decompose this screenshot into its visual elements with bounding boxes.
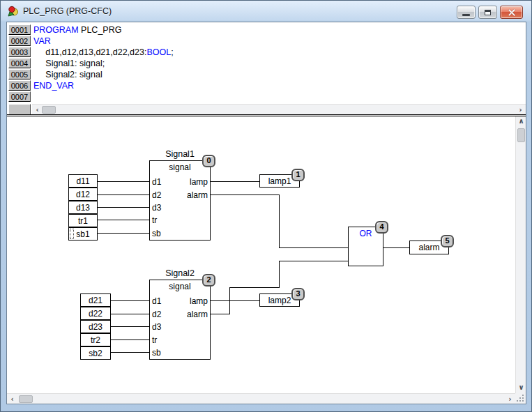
scroll-up-button[interactable]: ∧ [516, 116, 526, 127]
input-variable-label: d11 [76, 176, 89, 186]
order-badge: 3 [291, 288, 305, 300]
input-pin-label[interactable]: tr [152, 215, 157, 225]
function-block[interactable]: signald1d2d3trsblampalarm [149, 160, 211, 241]
cfc-canvas[interactable]: Signal1signald1d2d3trsblampalarm0Signal2… [7, 116, 515, 393]
input-pin-label[interactable]: sb [152, 348, 161, 358]
scroll-right-button[interactable]: › [505, 394, 515, 404]
function-block[interactable]: signald1d2d3trsblampalarm [149, 280, 211, 360]
title-bar[interactable]: PLC_PRG (PRG-CFC) [1, 1, 531, 22]
declaration-rows: 0001PROGRAM PLC_PRG0002VAR0003 d11,d12,d… [7, 24, 174, 102]
output-variable-label: lamp2 [268, 296, 291, 305]
close-button[interactable] [500, 6, 523, 19]
scroll-left-button[interactable]: ‹ [32, 105, 43, 114]
input-variable-label: d13 [76, 203, 90, 213]
line-number[interactable]: 0002 [8, 36, 31, 46]
order-badge: 4 [375, 221, 388, 234]
code-token: BOOL [146, 47, 171, 57]
input-variable-box[interactable]: sb2 [80, 346, 111, 360]
input-pin-label[interactable]: tr [152, 335, 157, 345]
plc-editor-window: PLC_PRG (PRG-CFC) 0001PROGRAM PLC_PRG000… [0, 0, 532, 412]
code-line[interactable] [31, 91, 33, 102]
output-variable-label: alarm [418, 243, 439, 252]
input-variable-label: d12 [76, 190, 90, 199]
cfc-h-scrollbar[interactable]: ‹ › [7, 393, 515, 404]
resize-grip[interactable] [515, 393, 526, 404]
line-number[interactable]: 0006 [8, 80, 31, 91]
cfc-v-scrollbar[interactable]: ∧ ∨ [515, 116, 526, 393]
code-line[interactable]: Signal2: signal [31, 69, 102, 80]
block-type-label: signal [150, 282, 210, 291]
input-pin-label[interactable]: d3 [152, 322, 161, 332]
code-line[interactable]: VAR [31, 36, 51, 47]
order-badge: 0 [202, 155, 215, 167]
input-variable-box[interactable]: sb1 [68, 227, 98, 241]
input-pin-label[interactable]: d1 [152, 296, 161, 306]
scroll-left-icon: ‹ [36, 106, 38, 114]
input-variable-label: d23 [89, 322, 102, 332]
input-variable-box[interactable]: tr1 [68, 214, 98, 227]
cfc-v-scroll-thumb[interactable] [517, 128, 525, 142]
line-number[interactable]: 0007 [8, 91, 31, 102]
pou-program-icon [8, 6, 19, 17]
input-variable-box[interactable]: d21 [80, 293, 111, 307]
code-token: PLC_PRG [79, 25, 122, 35]
declaration-editor[interactable]: 0001PROGRAM PLC_PRG0002VAR0003 d11,d12,d… [7, 22, 526, 114]
code-line[interactable]: END_VAR [31, 80, 74, 91]
decl-row: 0007 [7, 91, 174, 102]
decl-row: 0001PROGRAM PLC_PRG [7, 24, 174, 36]
block-type-label: signal [150, 162, 210, 172]
selection-marker [70, 229, 74, 239]
output-pin-label[interactable]: lamp [190, 177, 208, 187]
input-variable-label: d22 [89, 309, 102, 319]
line-number[interactable]: 0003 [8, 47, 31, 57]
scroll-up-icon: ∧ [518, 117, 524, 125]
input-variable-box[interactable]: d23 [80, 320, 111, 333]
line-number[interactable]: 0005 [8, 69, 31, 79]
output-pin-label[interactable]: lamp [190, 296, 208, 306]
output-variable-label: lamp1 [268, 176, 291, 186]
code-token: END_VAR [33, 81, 74, 91]
wire[interactable] [211, 194, 348, 247]
block-name-label[interactable]: Signal2 [149, 268, 211, 279]
input-pin-label[interactable]: d2 [152, 190, 161, 200]
block-name-label[interactable]: Signal1 [149, 149, 211, 160]
input-pin-label[interactable]: d2 [152, 310, 161, 319]
minimize-button[interactable] [457, 6, 476, 19]
code-token: ; [171, 47, 173, 57]
client-area: 0001PROGRAM PLC_PRG0002VAR0003 d11,d12,d… [6, 22, 526, 404]
scroll-down-button[interactable]: ∨ [516, 383, 526, 393]
output-pin-label[interactable]: alarm [187, 190, 208, 200]
input-pin-label[interactable]: d3 [152, 203, 161, 213]
input-pin-label[interactable]: sb [152, 229, 161, 238]
output-pin-label[interactable]: alarm [187, 310, 208, 319]
maximize-button[interactable] [478, 6, 497, 19]
order-badge: 1 [291, 169, 305, 181]
input-variable-label: d21 [89, 296, 102, 305]
scroll-right-icon: › [508, 395, 511, 403]
scroll-left-button[interactable]: ‹ [7, 394, 17, 404]
code-token: d11,d12,d13,d21,d22,d23: [33, 47, 146, 57]
scroll-right-button[interactable]: › [515, 105, 526, 114]
line-number[interactable]: 0004 [8, 58, 31, 68]
input-variable-box[interactable]: tr2 [80, 333, 111, 346]
code-line[interactable]: PROGRAM PLC_PRG [31, 24, 121, 36]
line-number[interactable]: 0001 [8, 24, 31, 35]
input-variable-box[interactable]: d11 [68, 174, 98, 188]
input-pin-label[interactable]: d1 [152, 177, 161, 187]
declaration-scroll-thumb[interactable] [42, 106, 56, 114]
gutter-stub [8, 104, 31, 114]
order-badge: 5 [441, 235, 454, 247]
input-variable-label: tr2 [91, 335, 100, 345]
window-controls [457, 6, 523, 19]
order-badge: 2 [202, 274, 215, 287]
code-line[interactable]: Signal1: signal; [31, 58, 105, 69]
input-variable-box[interactable]: d22 [80, 307, 111, 320]
minimize-icon [462, 14, 470, 16]
code-token: Signal1: signal; [33, 59, 105, 68]
input-variable-box[interactable]: d12 [68, 188, 98, 201]
window-title: PLC_PRG (PRG-CFC) [23, 1, 112, 22]
input-variable-box[interactable]: d13 [68, 201, 98, 214]
code-line[interactable]: d11,d12,d13,d21,d22,d23:BOOL; [31, 47, 174, 58]
declaration-h-scrollbar[interactable]: ‹ › [32, 104, 526, 114]
cfc-h-scroll-thumb[interactable] [19, 395, 33, 403]
